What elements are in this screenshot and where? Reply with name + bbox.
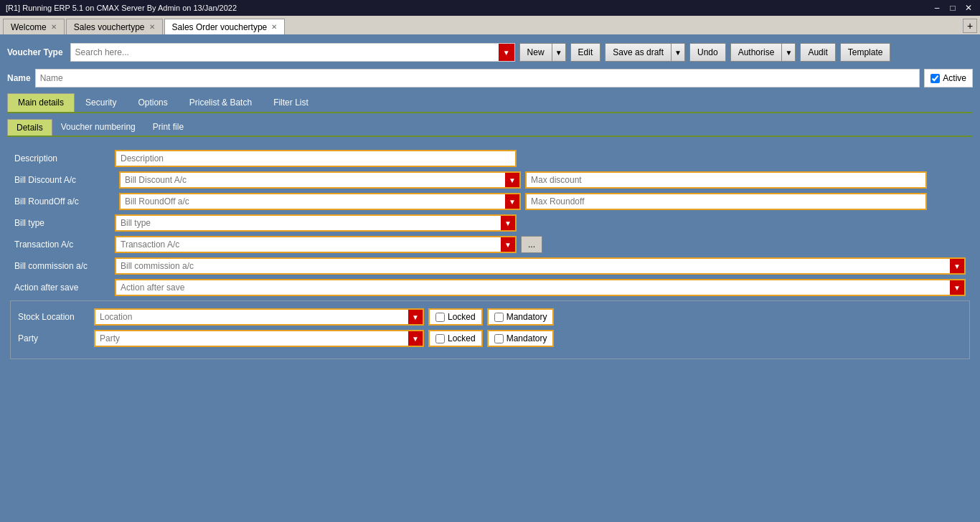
close-btn[interactable]: ✕ xyxy=(963,3,974,13)
tab-filter-list[interactable]: Filter List xyxy=(263,93,319,112)
main-content: Voucher Type ▼ New ▼ Edit Save as draft … xyxy=(0,36,980,371)
stock-locked-checkbox[interactable] xyxy=(435,313,445,322)
new-button-group: New ▼ xyxy=(519,43,566,62)
action-after-save-dropdown-btn[interactable]: ▼ xyxy=(950,279,966,296)
tab-main-details-label: Main details xyxy=(18,98,64,108)
tab-sales-order-vouchertype-close[interactable]: ✕ xyxy=(271,23,277,31)
stock-location-input[interactable] xyxy=(94,308,408,326)
bill-type-row: Bill type ▼ xyxy=(7,214,973,232)
subtab-voucher-numbering-label: Voucher numbering xyxy=(61,122,136,132)
tab-pricelist-batch[interactable]: Pricelist & Batch xyxy=(179,93,263,112)
tab-sales-vouchertype-close[interactable]: ✕ xyxy=(149,23,155,31)
tab-sales-vouchertype[interactable]: Sales vouchertype ✕ xyxy=(66,19,163,34)
undo-button[interactable]: Undo xyxy=(689,43,726,62)
authorise-group: Authorise ▼ xyxy=(730,43,796,62)
party-input[interactable] xyxy=(94,330,408,347)
bill-commission-input[interactable] xyxy=(115,257,950,275)
stock-locked-group: Locked xyxy=(428,308,483,326)
tab-options[interactable]: Options xyxy=(127,93,178,112)
bill-discount-input[interactable] xyxy=(119,171,505,189)
minimize-btn[interactable]: – xyxy=(931,3,943,13)
stock-mandatory-checkbox[interactable] xyxy=(494,313,504,322)
action-after-save-label: Action after save xyxy=(14,283,115,293)
stock-mandatory-label: Mandatory xyxy=(507,312,547,322)
bill-type-dropdown: ▼ xyxy=(115,214,517,232)
bill-type-dropdown-btn[interactable]: ▼ xyxy=(501,214,517,232)
save-as-draft-arrow[interactable]: ▼ xyxy=(671,43,685,62)
template-button[interactable]: Template xyxy=(840,43,891,62)
party-locked-checkbox[interactable] xyxy=(435,334,445,343)
bill-commission-dropdown: ▼ xyxy=(115,257,966,275)
title-bar: [R1] Running ERP 5.1 on CMAX Server By A… xyxy=(0,0,980,16)
stock-mandatory-group: Mandatory xyxy=(487,308,555,326)
party-dropdown: ▼ xyxy=(94,330,424,347)
tab-security[interactable]: Security xyxy=(75,93,127,112)
authorise-arrow[interactable]: ▼ xyxy=(781,43,796,62)
save-as-draft-button[interactable]: Save as draft xyxy=(605,43,671,62)
transaction-ac-dropdown: ▼ xyxy=(115,236,517,253)
name-input[interactable] xyxy=(35,69,920,87)
form-section: Description Bill Discount A/c ▼ Bill Rou… xyxy=(7,146,973,364)
party-row: Party ▼ Locked Mandatory xyxy=(18,330,962,347)
party-locked-label: Locked xyxy=(448,333,476,343)
sub-tabs: Details Voucher numbering Print file xyxy=(7,119,973,137)
save-as-draft-group: Save as draft ▼ xyxy=(605,43,685,62)
stock-locked-label: Locked xyxy=(448,312,476,322)
bill-commission-dropdown-btn[interactable]: ▼ xyxy=(950,257,966,275)
voucher-type-search-wrapper: ▼ xyxy=(70,43,515,62)
transaction-ac-dropdown-btn[interactable]: ▼ xyxy=(501,236,517,253)
bill-type-label: Bill type xyxy=(14,218,115,228)
maximize-btn[interactable]: □ xyxy=(947,3,958,13)
subtab-print-file[interactable]: Print file xyxy=(144,119,192,136)
subtab-voucher-numbering[interactable]: Voucher numbering xyxy=(52,119,144,136)
bill-roundoff-input[interactable] xyxy=(119,193,505,210)
tab-welcome-close[interactable]: ✕ xyxy=(51,23,57,31)
audit-button[interactable]: Audit xyxy=(800,43,835,62)
authorise-button[interactable]: Authorise xyxy=(730,43,782,62)
bill-roundoff-dropdown-btn[interactable]: ▼ xyxy=(505,193,521,210)
tab-sales-order-vouchertype-label: Sales Order vouchertype xyxy=(172,22,268,32)
stock-location-dropdown-btn[interactable]: ▼ xyxy=(408,308,424,326)
description-row: Description xyxy=(7,150,973,167)
stock-location-label: Stock Location xyxy=(18,312,90,322)
main-tabs: Main details Security Options Pricelist … xyxy=(7,93,973,113)
toolbar: Voucher Type ▼ New ▼ Edit Save as draft … xyxy=(7,43,973,62)
subtab-details-label: Details xyxy=(17,123,43,133)
bill-roundoff-row: Bill RoundOff a/c ▼ xyxy=(7,193,973,210)
tab-options-label: Options xyxy=(138,98,167,108)
action-after-save-row: Action after save ▼ xyxy=(7,279,973,296)
bottom-section: Stock Location ▼ Locked Mandatory Party xyxy=(10,300,970,359)
party-mandatory-checkbox[interactable] xyxy=(494,334,504,343)
tab-filter-list-label: Filter List xyxy=(273,98,308,108)
tab-welcome[interactable]: Welcome ✕ xyxy=(3,19,65,34)
bill-roundoff-label: Bill RoundOff a/c xyxy=(14,196,115,207)
party-label: Party xyxy=(18,333,90,343)
transaction-ac-row: Transaction A/c ▼ ... xyxy=(7,236,973,253)
transaction-ac-input[interactable] xyxy=(115,236,501,253)
add-tab-button[interactable]: + xyxy=(963,19,977,33)
action-after-save-dropdown: ▼ xyxy=(115,279,966,296)
max-discount-input[interactable] xyxy=(525,171,927,189)
max-roundoff-input[interactable] xyxy=(525,193,927,210)
subtab-details[interactable]: Details xyxy=(7,119,52,136)
action-after-save-input[interactable] xyxy=(115,279,950,296)
description-input[interactable] xyxy=(115,150,517,167)
edit-button[interactable]: Edit xyxy=(570,43,601,62)
new-button-arrow[interactable]: ▼ xyxy=(552,43,566,62)
voucher-type-dropdown-btn[interactable]: ▼ xyxy=(499,44,514,61)
bill-discount-dropdown-btn[interactable]: ▼ xyxy=(505,171,521,189)
bill-type-input[interactable] xyxy=(115,214,501,232)
tab-main-details[interactable]: Main details xyxy=(7,93,75,112)
active-checkbox[interactable] xyxy=(930,74,940,83)
name-row: Name Active xyxy=(7,69,973,87)
party-mandatory-label: Mandatory xyxy=(507,333,547,343)
party-mandatory-group: Mandatory xyxy=(487,330,555,347)
tab-sales-order-vouchertype[interactable]: Sales Order vouchertype ✕ xyxy=(164,19,286,34)
party-dropdown-btn[interactable]: ▼ xyxy=(408,330,424,347)
party-locked-group: Locked xyxy=(428,330,483,347)
voucher-type-search-input[interactable] xyxy=(71,46,499,59)
tab-security-label: Security xyxy=(85,98,116,108)
bill-discount-dropdown: ▼ xyxy=(119,171,521,189)
new-button[interactable]: New xyxy=(519,43,552,62)
transaction-ac-ellipsis-btn[interactable]: ... xyxy=(521,236,542,253)
